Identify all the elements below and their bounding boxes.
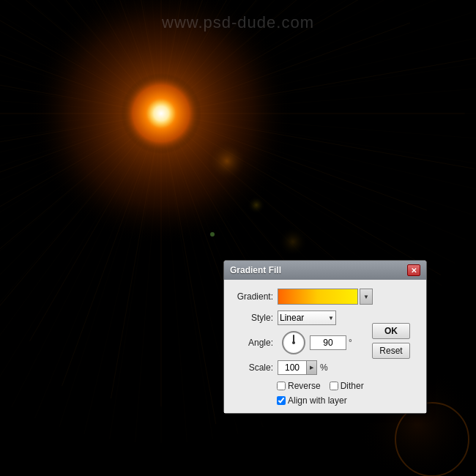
reset-button[interactable]: Reset [372,343,410,359]
dither-checkbox[interactable] [330,382,338,390]
align-checkbox[interactable] [277,396,286,405]
gradient-fill-dialog: Gradient Fill ✕ Gradient: ▼ Style: Linea… [223,260,427,414]
gradient-row: Gradient: ▼ [233,289,417,305]
scale-input[interactable] [278,361,306,374]
reverse-checkbox-item: Reverse [277,381,321,391]
style-value: Linear [280,313,304,323]
reverse-checkbox[interactable] [277,382,286,390]
scale-input-wrap: ▶ [278,360,317,375]
scale-stepper-button[interactable]: ▶ [306,361,316,374]
dialog-titlebar: Gradient Fill ✕ [224,261,426,280]
close-button[interactable]: ✕ [407,264,420,276]
dialog-buttons: OK Reset [372,323,410,359]
style-select[interactable]: Linear ▼ [278,310,336,325]
dial-circle [282,331,305,354]
degree-symbol: ° [349,338,352,348]
percent-label: % [320,362,328,373]
dialog-body: Gradient: ▼ Style: Linear ▼ Angle: [224,280,426,413]
dither-label[interactable]: Dither [341,381,364,391]
align-row: Align with layer [277,395,417,406]
style-label: Style: [233,313,273,323]
scale-label: Scale: [233,362,273,373]
align-checkbox-item: Align with layer [277,395,347,406]
dialog-content-area: Gradient: ▼ Style: Linear ▼ Angle: [233,289,417,406]
dither-checkbox-item: Dither [330,381,364,391]
angle-input[interactable] [310,335,346,350]
align-label[interactable]: Align with layer [288,395,347,406]
dialog-title: Gradient Fill [230,265,281,275]
angle-label: Angle: [233,338,273,348]
angle-dial[interactable] [282,331,305,354]
gradient-preview[interactable] [278,289,358,305]
style-dropdown-icon: ▼ [328,315,334,321]
ok-button[interactable]: OK [372,323,410,339]
gradient-dropdown-arrow[interactable]: ▼ [360,289,373,305]
dial-needle [293,335,294,343]
scale-row: Scale: ▶ % [233,360,417,375]
gradient-label: Gradient: [233,291,273,302]
reverse-label[interactable]: Reverse [288,381,321,391]
checkbox-row-1: Reverse Dither [277,381,417,391]
